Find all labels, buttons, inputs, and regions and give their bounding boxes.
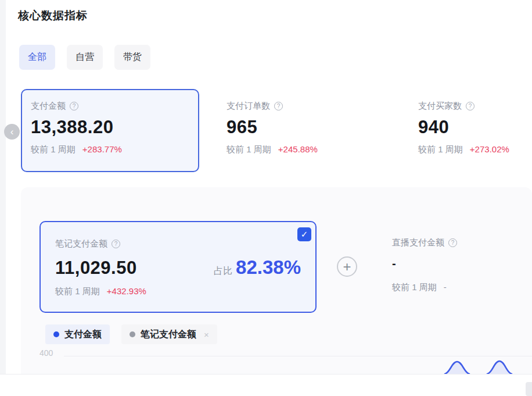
compare-label: 较前 1 周期 [227,144,271,154]
section-divider [0,374,532,374]
tab-all[interactable]: 全部 [19,45,55,70]
legend-dot-icon [130,331,135,337]
live-label: 直播支付金额 [392,237,444,248]
metric-delta-row: 较前 1 周期 +283.77% [31,144,189,155]
line-series-chart [407,346,532,374]
compare-label: 较前 1 周期 [55,286,100,296]
help-icon[interactable]: ? [70,102,78,110]
delta-value: +273.02% [470,144,509,154]
delta-value: +245.88% [278,144,318,154]
cutoff-floating-widget[interactable] [526,382,532,396]
series-peak-2 [487,361,512,374]
metric-label-row: 支付订单数 ? [227,101,385,112]
note-payment-card[interactable]: ✓ 笔记支付金额 ? 11,029.50 占比 82.38% 较前 1 周期 +… [39,221,317,313]
legend-dot-icon [53,331,59,337]
metric-value: 13,388.20 [31,117,189,138]
y-axis-tick: 400 [39,348,53,358]
note-label-row: 笔记支付金额 ? [55,238,301,249]
scope-tabs: 全部 自营 带货 [19,45,150,70]
legend-label: 支付金额 [64,329,102,341]
metric-label-row: 支付买家数 ? [418,101,532,112]
breakdown-panel: ✓ 笔记支付金额 ? 11,029.50 占比 82.38% 较前 1 周期 +… [21,187,532,374]
help-icon[interactable]: ? [274,102,283,110]
help-icon[interactable]: ? [448,238,457,247]
tab-affiliate[interactable]: 带货 [114,45,150,70]
compare-label: 较前 1 周期 [418,144,463,154]
series-peak-1 [445,362,469,374]
note-value: 11,029.50 [55,258,214,279]
metric-delta-row: 较前 1 周期 +245.88% [227,144,385,155]
add-metric-button[interactable]: + [337,256,357,277]
compare-label: 较前 1 周期 [392,282,437,292]
note-value-row: 11,029.50 占比 82.38% [55,256,301,279]
compare-label: 较前 1 周期 [31,144,76,154]
help-icon[interactable]: ? [112,240,120,248]
chart-legend: 支付金额 笔记支付金额 × [45,324,217,344]
carousel-prev-button[interactable]: ‹ [4,124,20,140]
ratio-label: 占比 [214,265,232,277]
note-delta-row: 较前 1 周期 +432.93% [55,286,301,297]
live-label-row: 直播支付金额 ? [392,237,457,248]
plus-icon: + [343,259,351,274]
note-label: 笔记支付金额 [55,238,107,249]
legend-label: 笔记支付金额 [141,329,196,341]
metric-card-payment-amount[interactable]: 支付金额 ? 13,388.20 较前 1 周期 +283.77% [21,89,199,172]
metric-label: 支付金额 [31,101,66,112]
check-icon: ✓ [301,229,308,239]
live-delta-row: 较前 1 周期 - [392,282,457,293]
metric-label: 支付订单数 [227,101,270,112]
checkbox[interactable]: ✓ [297,227,311,241]
legend-chip-note-payment[interactable]: 笔记支付金额 × [121,324,217,344]
live-payment-block[interactable]: 直播支付金额 ? - 较前 1 周期 - [392,237,457,293]
metric-delta-row: 较前 1 周期 +273.02% [418,144,532,155]
metric-value: 965 [227,117,385,138]
metric-card-order-count[interactable]: 支付订单数 ? 965 较前 1 周期 +245.88% [217,89,395,172]
delta-value: +432.93% [107,286,146,296]
help-icon[interactable]: ? [466,102,475,110]
metric-label-row: 支付金额 ? [31,101,189,112]
ratio-value: 82.38% [236,256,301,279]
live-value: - [392,257,457,270]
metric-card-buyer-count[interactable]: 支付买家数 ? 940 较前 1 周期 +273.02% [408,89,532,172]
chevron-left-icon: ‹ [10,126,14,137]
metric-value: 940 [418,117,532,138]
tab-self-operated[interactable]: 自营 [67,45,103,70]
page-left-gutter [0,0,6,374]
close-icon[interactable]: × [204,330,209,340]
delta-value: +283.77% [82,144,122,154]
page-title: 核心数据指标 [18,8,88,23]
delta-value: - [444,282,447,292]
metric-label: 支付买家数 [418,101,462,112]
legend-chip-payment[interactable]: 支付金额 [45,324,110,344]
